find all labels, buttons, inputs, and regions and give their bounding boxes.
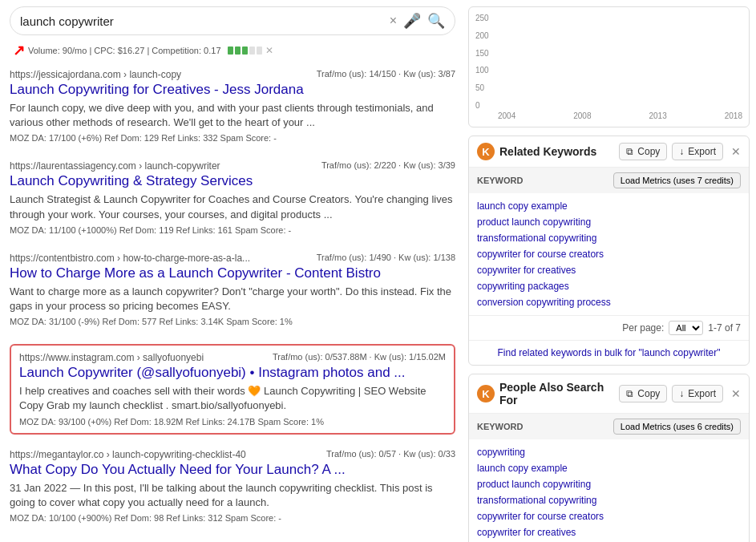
related-keywords-footer: Per page: All 10 25 1-7 of 7 [469,315,749,340]
result-desc: Launch Strategist & Launch Copywriter fo… [10,192,455,221]
copy-icon [626,388,635,399]
export-icon [679,146,685,157]
result-url-text: https://jessicajordana.com › launch-copy [10,69,181,80]
result-item: https://www.instagram.com › sallyofuonye… [10,344,455,434]
search-meta: ↗ Volume: 90/mo | CPC: $16.27 | Competit… [10,42,455,59]
pasf-keywords-list: copywritinglaunch copy exampleproduct la… [469,439,749,542]
pasf-panel: K People Also Search For Copy Export ✕ K… [468,374,750,542]
chart-widget: 250 200 150 100 50 0 2004 2008 2013 2018 [468,6,750,127]
result-item: https://laurentassiagency.com › launch-c… [10,160,455,237]
related-keywords-header: K Related Keywords Copy Export ✕ [469,136,749,168]
chart-y-labels: 250 200 150 100 50 0 [475,14,491,110]
result-desc: 31 Jan 2022 — In this post, I'll be talk… [10,481,455,510]
pasf-title: People Also Search For [499,381,614,406]
pasf-header: K People Also Search For Copy Export ✕ [469,374,749,414]
keyword-col-label: KEYWORD [477,176,613,185]
pasf-keyword-item[interactable]: copywriting [469,444,749,460]
result-item: https://megantaylor.co › launch-copywrit… [10,449,455,526]
pasf-load-metrics-button[interactable]: Load Metrics (uses 6 credits) [613,419,741,435]
export-label: Export [688,388,716,399]
result-url: https://contentbistro.com › how-to-charg… [10,253,455,264]
per-page-select[interactable]: All 10 25 [669,321,703,335]
related-keyword-item[interactable]: copywriting packages [469,278,749,294]
result-url-text: https://megantaylor.co › launch-copywrit… [10,449,246,460]
result-traf: Traf/mo (us): 14/150 · Kw (us): 3/87 [317,69,455,79]
chart-x-labels: 2004 2008 2013 2018 [498,111,742,120]
result-stats: MOZ DA: 10/100 (+900%) Ref Dom: 98 Ref L… [10,513,455,523]
result-title[interactable]: Launch Copywriting for Creatives - Jess … [10,82,455,98]
dot-3 [242,47,248,55]
result-item: https://contentbistro.com › how-to-charg… [10,253,455,330]
difficulty-badge [228,47,262,55]
pasf-copy-button[interactable]: Copy [619,385,667,402]
related-keywords-table-header: KEYWORD Load Metrics (uses 7 credits) [469,168,749,193]
result-title[interactable]: Launch Copywriter (@sallyofuonyebi) • In… [19,365,446,381]
related-keywords-panel: K Related Keywords Copy Export ✕ KEYWORD… [468,136,750,366]
pasf-keyword-item[interactable]: copywriter for course creators [469,508,749,524]
result-url-text: https://laurentassiagency.com › launch-c… [10,160,220,172]
result-url-text: https://www.instagram.com › sallyofuonye… [19,352,204,363]
related-keywords-export-button[interactable]: Export [672,143,723,160]
pasf-keyword-item[interactable]: copywriter for creatives [469,524,749,540]
copy-label: Copy [637,388,660,399]
search-icon[interactable]: 🔍 [427,12,445,30]
result-desc: I help creatives and coaches sell with t… [19,384,446,413]
result-traf: Traf/mo (us): 1/490 · Kw (us): 1/138 [317,253,455,262]
y-label: 250 [475,14,489,22]
pasf-keyword-item[interactable]: transformational copywriting [469,492,749,508]
result-desc: For launch copy, we dive deep with you, … [10,101,455,130]
result-url: https://jessicajordana.com › launch-copy… [10,69,455,80]
related-keyword-item[interactable]: launch copy example [469,198,749,214]
related-keyword-item[interactable]: product launch copywriting [469,214,749,230]
related-keywords-copy-button[interactable]: Copy [619,143,667,160]
related-keywords-list: launch copy exampleproduct launch copywr… [469,193,749,315]
dot-1 [228,47,233,55]
result-traf: Traf/mo (us): 0/57 · Kw (us): 0/33 [326,449,455,459]
result-url-text: https://contentbistro.com › how-to-charg… [10,253,250,264]
range-label: 1-7 of 7 [708,322,741,334]
x-label: 2013 [649,111,667,120]
related-keyword-item[interactable]: conversion copywriting process [469,294,749,310]
related-keyword-item[interactable]: transformational copywriting [469,230,749,246]
results-container: https://jessicajordana.com › launch-copy… [10,69,455,526]
y-label: 50 [475,83,489,92]
load-metrics-button[interactable]: Load Metrics (uses 7 credits) [613,172,741,188]
y-label: 100 [475,66,489,75]
result-stats: MOZ DA: 11/100 (+1000%) Ref Dom: 119 Ref… [10,225,455,235]
y-label: 150 [475,49,489,58]
search-volume-info: Volume: 90/mo | CPC: $16.27 | Competitio… [28,46,221,55]
search-input[interactable] [20,14,383,28]
pasf-close-button[interactable]: ✕ [731,387,741,400]
result-title[interactable]: Launch Copywriting & Strategy Services [10,173,455,189]
pasf-keyword-item[interactable]: launch copy example [469,460,749,476]
mic-icon[interactable]: 🎤 [403,12,421,30]
dot-4 [249,47,255,55]
result-title[interactable]: How to Charge More as a Launch Copywrite… [10,265,455,281]
related-keywords-close-button[interactable]: ✕ [731,145,741,158]
related-keyword-item[interactable]: copywriter for creatives [469,262,749,278]
result-url: https://laurentassiagency.com › launch-c… [10,160,455,172]
copy-label: Copy [637,146,660,157]
chart-area [498,14,577,110]
x-label: 2008 [573,111,591,120]
close-meta-icon[interactable]: ✕ [265,45,273,56]
dot-2 [235,47,241,55]
copy-icon [626,146,635,157]
result-title[interactable]: What Copy Do You Actually Need for Your … [10,462,455,478]
pasf-icon: K [477,385,495,402]
result-url: https://megantaylor.co › launch-copywrit… [10,449,455,460]
related-keywords-title: Related Keywords [499,145,614,158]
related-keywords-bulk-link[interactable]: Find related keywords in bulk for "launc… [469,340,749,365]
chart-bars [498,14,577,110]
pasf-keyword-item[interactable]: product launch copywriting [469,476,749,492]
related-keyword-item[interactable]: copywriter for course creators [469,246,749,262]
search-bar: × 🎤 🔍 [10,6,455,35]
x-label: 2018 [725,111,742,120]
result-stats: MOZ DA: 93/100 (+0%) Ref Dom: 18.92M Ref… [19,417,446,427]
result-stats: MOZ DA: 17/100 (+6%) Ref Dom: 129 Ref Li… [10,133,455,143]
pasf-export-button[interactable]: Export [672,385,723,402]
result-item: https://jessicajordana.com › launch-copy… [10,69,455,146]
clear-icon[interactable]: × [390,14,397,28]
pasf-table-header: KEYWORD Load Metrics (uses 6 credits) [469,414,749,439]
export-label: Export [688,146,716,157]
